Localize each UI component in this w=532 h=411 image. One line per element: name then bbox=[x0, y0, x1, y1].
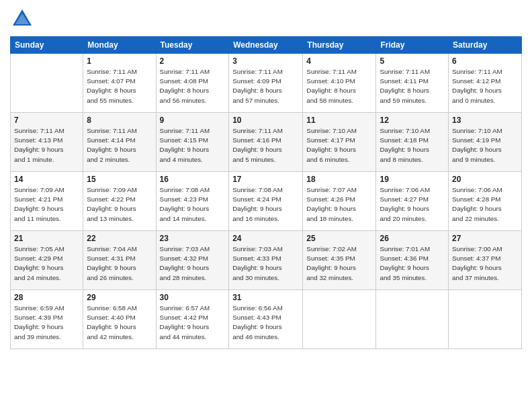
day-number: 4 bbox=[306, 56, 372, 66]
day-number: 10 bbox=[232, 116, 299, 125]
day-number: 14 bbox=[14, 175, 79, 184]
header bbox=[10, 7, 522, 31]
day-number: 7 bbox=[14, 116, 79, 125]
day-cell: 24Sunrise: 7:03 AMSunset: 4:33 PMDayligh… bbox=[229, 231, 303, 290]
day-info: Sunrise: 7:11 AMSunset: 4:09 PMDaylight:… bbox=[232, 67, 299, 105]
day-number: 13 bbox=[452, 116, 518, 125]
logo-icon bbox=[10, 7, 34, 31]
day-number: 2 bbox=[160, 56, 226, 66]
day-info: Sunrise: 7:11 AMSunset: 4:13 PMDaylight:… bbox=[14, 126, 79, 165]
day-cell: 8Sunrise: 7:11 AMSunset: 4:14 PMDaylight… bbox=[83, 113, 156, 172]
week-row-2: 7Sunrise: 7:11 AMSunset: 4:13 PMDaylight… bbox=[11, 113, 522, 172]
day-info: Sunrise: 6:56 AMSunset: 4:43 PMDaylight:… bbox=[232, 304, 299, 342]
day-info: Sunrise: 7:10 AMSunset: 4:17 PMDaylight:… bbox=[306, 126, 372, 165]
day-number: 22 bbox=[87, 234, 152, 243]
day-info: Sunrise: 7:05 AMSunset: 4:29 PMDaylight:… bbox=[14, 244, 79, 283]
day-number: 8 bbox=[87, 116, 152, 125]
day-cell: 20Sunrise: 7:06 AMSunset: 4:28 PMDayligh… bbox=[449, 172, 522, 231]
weekday-saturday: Saturday bbox=[449, 37, 522, 54]
day-cell: 2Sunrise: 7:11 AMSunset: 4:08 PMDaylight… bbox=[156, 54, 229, 113]
day-info: Sunrise: 7:06 AMSunset: 4:27 PMDaylight:… bbox=[380, 185, 445, 224]
day-info: Sunrise: 7:03 AMSunset: 4:33 PMDaylight:… bbox=[232, 244, 299, 283]
day-cell: 21Sunrise: 7:05 AMSunset: 4:29 PMDayligh… bbox=[11, 231, 83, 290]
day-cell: 5Sunrise: 7:11 AMSunset: 4:11 PMDaylight… bbox=[376, 54, 449, 113]
calendar-table: SundayMondayTuesdayWednesdayThursdayFrid… bbox=[10, 36, 522, 349]
day-number: 27 bbox=[452, 234, 518, 243]
day-number: 24 bbox=[232, 234, 299, 243]
day-cell bbox=[376, 290, 449, 349]
day-info: Sunrise: 7:09 AMSunset: 4:22 PMDaylight:… bbox=[87, 185, 152, 224]
day-info: Sunrise: 7:10 AMSunset: 4:18 PMDaylight:… bbox=[380, 126, 445, 165]
day-cell: 25Sunrise: 7:02 AMSunset: 4:35 PMDayligh… bbox=[303, 231, 376, 290]
day-info: Sunrise: 7:11 AMSunset: 4:14 PMDaylight:… bbox=[87, 126, 152, 165]
day-info: Sunrise: 6:57 AMSunset: 4:42 PMDaylight:… bbox=[160, 304, 226, 342]
day-info: Sunrise: 7:04 AMSunset: 4:31 PMDaylight:… bbox=[87, 244, 152, 283]
day-cell: 22Sunrise: 7:04 AMSunset: 4:31 PMDayligh… bbox=[83, 231, 156, 290]
day-cell: 19Sunrise: 7:06 AMSunset: 4:27 PMDayligh… bbox=[376, 172, 449, 231]
logo bbox=[10, 7, 37, 31]
day-cell: 18Sunrise: 7:07 AMSunset: 4:26 PMDayligh… bbox=[303, 172, 376, 231]
weekday-friday: Friday bbox=[376, 37, 449, 54]
day-number: 9 bbox=[160, 116, 226, 125]
day-info: Sunrise: 7:11 AMSunset: 4:08 PMDaylight:… bbox=[160, 67, 226, 105]
day-info: Sunrise: 7:11 AMSunset: 4:11 PMDaylight:… bbox=[380, 67, 445, 105]
day-number: 11 bbox=[306, 116, 372, 125]
day-info: Sunrise: 6:59 AMSunset: 4:39 PMDaylight:… bbox=[14, 304, 79, 342]
day-cell: 7Sunrise: 7:11 AMSunset: 4:13 PMDaylight… bbox=[11, 113, 83, 172]
day-cell: 27Sunrise: 7:00 AMSunset: 4:37 PMDayligh… bbox=[449, 231, 522, 290]
day-number: 19 bbox=[380, 175, 445, 184]
week-row-1: 1Sunrise: 7:11 AMSunset: 4:07 PMDaylight… bbox=[11, 54, 522, 113]
day-number: 18 bbox=[306, 175, 372, 184]
day-info: Sunrise: 7:07 AMSunset: 4:26 PMDaylight:… bbox=[306, 185, 372, 224]
day-cell: 15Sunrise: 7:09 AMSunset: 4:22 PMDayligh… bbox=[83, 172, 156, 231]
week-row-5: 28Sunrise: 6:59 AMSunset: 4:39 PMDayligh… bbox=[11, 290, 522, 349]
day-number: 25 bbox=[306, 234, 372, 243]
day-info: Sunrise: 7:03 AMSunset: 4:32 PMDaylight:… bbox=[160, 244, 226, 283]
day-cell bbox=[303, 290, 376, 349]
day-info: Sunrise: 6:58 AMSunset: 4:40 PMDaylight:… bbox=[87, 304, 152, 342]
day-number: 1 bbox=[87, 56, 152, 66]
day-cell: 31Sunrise: 6:56 AMSunset: 4:43 PMDayligh… bbox=[229, 290, 303, 349]
day-cell: 11Sunrise: 7:10 AMSunset: 4:17 PMDayligh… bbox=[303, 113, 376, 172]
day-cell: 14Sunrise: 7:09 AMSunset: 4:21 PMDayligh… bbox=[11, 172, 83, 231]
weekday-wednesday: Wednesday bbox=[229, 37, 303, 54]
day-number: 20 bbox=[452, 175, 518, 184]
day-info: Sunrise: 7:11 AMSunset: 4:07 PMDaylight:… bbox=[87, 67, 152, 105]
day-number: 26 bbox=[380, 234, 445, 243]
day-cell: 16Sunrise: 7:08 AMSunset: 4:23 PMDayligh… bbox=[156, 172, 229, 231]
day-info: Sunrise: 7:08 AMSunset: 4:23 PMDaylight:… bbox=[160, 185, 226, 224]
weekday-tuesday: Tuesday bbox=[156, 37, 229, 54]
day-number: 12 bbox=[380, 116, 445, 125]
week-row-4: 21Sunrise: 7:05 AMSunset: 4:29 PMDayligh… bbox=[11, 231, 522, 290]
day-cell: 29Sunrise: 6:58 AMSunset: 4:40 PMDayligh… bbox=[83, 290, 156, 349]
day-info: Sunrise: 7:11 AMSunset: 4:12 PMDaylight:… bbox=[452, 67, 518, 105]
day-number: 16 bbox=[160, 175, 226, 184]
day-info: Sunrise: 7:11 AMSunset: 4:15 PMDaylight:… bbox=[160, 126, 226, 165]
day-cell: 23Sunrise: 7:03 AMSunset: 4:32 PMDayligh… bbox=[156, 231, 229, 290]
weekday-thursday: Thursday bbox=[303, 37, 376, 54]
day-cell: 1Sunrise: 7:11 AMSunset: 4:07 PMDaylight… bbox=[83, 54, 156, 113]
day-cell: 30Sunrise: 6:57 AMSunset: 4:42 PMDayligh… bbox=[156, 290, 229, 349]
day-number: 29 bbox=[87, 293, 152, 302]
week-row-3: 14Sunrise: 7:09 AMSunset: 4:21 PMDayligh… bbox=[11, 172, 522, 231]
day-number: 17 bbox=[232, 175, 299, 184]
day-number: 21 bbox=[14, 234, 79, 243]
day-cell: 13Sunrise: 7:10 AMSunset: 4:19 PMDayligh… bbox=[449, 113, 522, 172]
day-info: Sunrise: 7:02 AMSunset: 4:35 PMDaylight:… bbox=[306, 244, 372, 283]
day-cell: 6Sunrise: 7:11 AMSunset: 4:12 PMDaylight… bbox=[449, 54, 522, 113]
day-number: 31 bbox=[232, 293, 299, 302]
day-number: 6 bbox=[452, 56, 518, 66]
weekday-sunday: Sunday bbox=[11, 37, 83, 54]
day-info: Sunrise: 7:00 AMSunset: 4:37 PMDaylight:… bbox=[452, 244, 518, 283]
weekday-monday: Monday bbox=[83, 37, 156, 54]
day-cell: 28Sunrise: 6:59 AMSunset: 4:39 PMDayligh… bbox=[11, 290, 83, 349]
day-number: 28 bbox=[14, 293, 79, 302]
day-number: 30 bbox=[160, 293, 226, 302]
day-info: Sunrise: 7:10 AMSunset: 4:19 PMDaylight:… bbox=[452, 126, 518, 165]
day-cell: 17Sunrise: 7:08 AMSunset: 4:24 PMDayligh… bbox=[229, 172, 303, 231]
day-cell: 12Sunrise: 7:10 AMSunset: 4:18 PMDayligh… bbox=[376, 113, 449, 172]
day-info: Sunrise: 7:11 AMSunset: 4:16 PMDaylight:… bbox=[232, 126, 299, 165]
day-info: Sunrise: 7:08 AMSunset: 4:24 PMDaylight:… bbox=[232, 185, 299, 224]
day-cell: 10Sunrise: 7:11 AMSunset: 4:16 PMDayligh… bbox=[229, 113, 303, 172]
day-cell: 4Sunrise: 7:11 AMSunset: 4:10 PMDaylight… bbox=[303, 54, 376, 113]
